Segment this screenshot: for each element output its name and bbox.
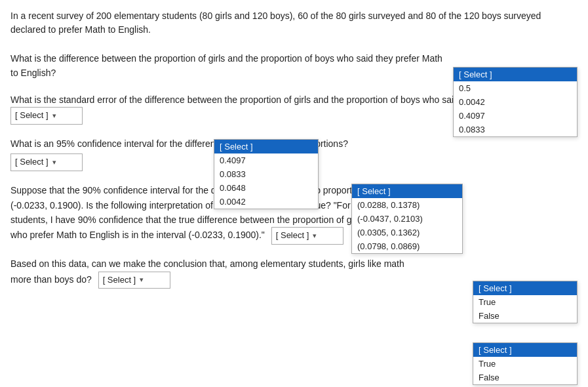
q3-dropdown-label: [ Select ] bbox=[15, 155, 49, 169]
q5-option-2[interactable]: False bbox=[473, 371, 577, 384]
q4-option-1[interactable]: True bbox=[473, 295, 577, 309]
q1-text: What is the difference between the propo… bbox=[10, 53, 442, 78]
q1-option-1[interactable]: 0.5 bbox=[454, 81, 577, 95]
q4-option-2[interactable]: False bbox=[473, 309, 577, 323]
q3-option-3[interactable]: (0.0305, 0.1362) bbox=[352, 226, 462, 239]
q1-option-2[interactable]: 0.0042 bbox=[454, 95, 577, 109]
q2-dropdown-label: [ Select ] bbox=[15, 109, 49, 123]
q5-dropdown-popup[interactable]: [ Select ] True False bbox=[473, 342, 578, 385]
q5-text: Based on this data, can we make the conc… bbox=[10, 256, 446, 289]
q2-option-3[interactable]: 0.0648 bbox=[214, 181, 318, 195]
q2-option-2[interactable]: 0.0833 bbox=[214, 167, 318, 181]
intro-content: In a recent survey of 200 elementary stu… bbox=[10, 10, 541, 35]
q3-option-1[interactable]: (0.0288, 0.1378) bbox=[352, 198, 462, 212]
q5-option-0[interactable]: [ Select ] bbox=[473, 343, 577, 357]
q5-dropdown[interactable]: [ Select ] bbox=[98, 272, 170, 289]
q4-dropdown[interactable]: [ Select ] bbox=[271, 227, 343, 245]
q1-option-4[interactable]: 0.0833 bbox=[454, 123, 577, 136]
page-wrapper: In a recent survey of 200 elementary stu… bbox=[10, 9, 578, 289]
q2-dropdown-popup[interactable]: [ Select ] 0.4097 0.0833 0.0648 0.0042 bbox=[214, 139, 319, 209]
q2-option-4[interactable]: 0.0042 bbox=[214, 195, 318, 209]
q2-dropdown[interactable]: [ Select ] bbox=[10, 107, 83, 125]
q5-option-1[interactable]: True bbox=[473, 357, 577, 371]
q4-dropdown-label: [ Select ] bbox=[276, 229, 309, 243]
q2-option-1[interactable]: 0.4097 bbox=[214, 153, 318, 167]
q1-option-0[interactable]: [ Select ] bbox=[454, 68, 577, 81]
q5-dropdown-label: [ Select ] bbox=[103, 274, 136, 287]
q3-option-4[interactable]: (0.0798, 0.0869) bbox=[352, 239, 462, 253]
q1-option-3[interactable]: 0.4097 bbox=[454, 109, 577, 123]
q3-dropdown-popup[interactable]: [ Select ] (0.0288, 0.1378) (-0.0437, 0.… bbox=[351, 184, 463, 254]
q4-dropdown-popup[interactable]: [ Select ] True False bbox=[473, 281, 578, 323]
q4-option-0[interactable]: [ Select ] bbox=[473, 281, 577, 295]
q3-dropdown[interactable]: [ Select ] bbox=[10, 153, 83, 171]
q1-dropdown-popup[interactable]: [ Select ] 0.5 0.0042 0.4097 0.0833 bbox=[453, 67, 578, 137]
q2-option-0[interactable]: [ Select ] bbox=[214, 140, 318, 153]
intro-text: In a recent survey of 200 elementary stu… bbox=[10, 9, 578, 37]
q3-option-2[interactable]: (-0.0437, 0.2103) bbox=[352, 212, 462, 226]
q3-option-0[interactable]: [ Select ] bbox=[352, 184, 462, 198]
